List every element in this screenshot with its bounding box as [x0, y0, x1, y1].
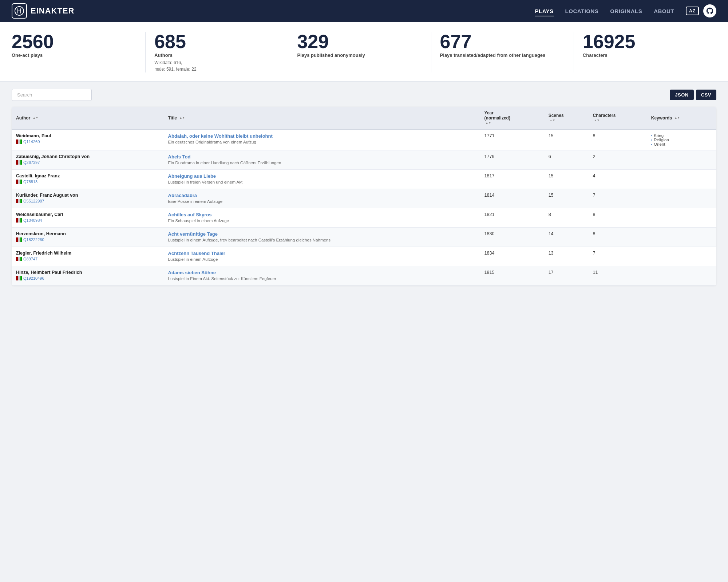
play-subtitle: Ein deutsches Originaldrama von einem Au… — [168, 140, 256, 144]
wikidata-badge[interactable]: Q267397 — [16, 160, 40, 165]
csv-export-button[interactable]: CSV — [696, 90, 716, 100]
logo-text: EINAKTER — [31, 6, 74, 16]
wd-flag — [16, 218, 22, 223]
title-cell: Abels Tod Ein Duodrama in einer Handlung… — [164, 150, 480, 170]
author-name: Hinze, Heimbert Paul Friedrich — [16, 270, 159, 275]
characters-cell: 7 — [589, 247, 647, 266]
nav-locations[interactable]: LOCATIONS — [565, 8, 599, 16]
plays-table: Author ▲▼ Title ▲▼ Year(normalized)▲▼ Sc… — [12, 107, 716, 286]
characters-cell: 7 — [589, 189, 647, 208]
col-keywords[interactable]: Keywords ▲▼ — [647, 107, 716, 130]
year-cell: 1814 — [480, 189, 544, 208]
col-scenes[interactable]: Scenes▲▼ — [544, 107, 589, 130]
author-name: Weichselbaumer, Carl — [16, 212, 159, 217]
wd-flag — [16, 139, 22, 144]
nav-plays[interactable]: PLAYS — [535, 8, 553, 16]
year-cell: 1771 — [480, 130, 544, 150]
wikidata-badge[interactable]: Q19210496 — [16, 276, 44, 280]
keyword-item[interactable]: Religion — [651, 138, 712, 142]
characters-cell: 4 — [589, 170, 647, 189]
stat-authors-label: Authors — [154, 52, 279, 58]
keywords-cell — [647, 208, 716, 228]
wikidata-badge[interactable]: Q114260 — [16, 139, 40, 144]
stat-characters: 16925 Characters — [574, 32, 716, 72]
play-title[interactable]: Abneigung aus Liebe — [168, 173, 476, 179]
characters-cell: 11 — [589, 266, 647, 286]
keywords-sort[interactable]: ▲▼ — [674, 117, 680, 120]
table-body: Weidmann, Paul Q114260 Abdalah, oder kei… — [12, 130, 716, 286]
title-sort[interactable]: ▲▼ — [179, 117, 185, 120]
year-cell: 1830 — [480, 228, 544, 247]
nav-right: AZ — [686, 4, 716, 17]
scenes-cell: 15 — [544, 130, 589, 150]
col-title[interactable]: Title ▲▼ — [164, 107, 480, 130]
wd-flag — [16, 199, 22, 203]
keywords-cell — [647, 150, 716, 170]
author-sort[interactable]: ▲▼ — [33, 117, 39, 120]
wikidata-badge[interactable]: Q78813 — [16, 180, 37, 184]
play-title[interactable]: Abels Tod — [168, 154, 476, 160]
play-title[interactable]: Abracadabra — [168, 193, 476, 198]
github-icon[interactable] — [703, 4, 716, 17]
author-name: Ziegler, Friedrich Wilhelm — [16, 251, 159, 256]
keywords-cell — [647, 266, 716, 286]
nav-links: PLAYS LOCATIONS ORIGINALS ABOUT — [535, 8, 674, 14]
play-subtitle: Lustspiel in einem Aufzuge, frey bearbei… — [168, 238, 331, 242]
col-year[interactable]: Year(normalized)▲▼ — [480, 107, 544, 130]
nav-about[interactable]: ABOUT — [654, 8, 674, 16]
stat-anonymous-label: Plays published anonymously — [297, 52, 422, 58]
stat-authors-number: 685 — [154, 32, 279, 51]
wikidata-badge[interactable]: Q18222260 — [16, 237, 44, 242]
wikidata-badge[interactable]: Q1040984 — [16, 218, 42, 223]
search-input[interactable] — [12, 89, 92, 101]
scenes-cell: 8 — [544, 208, 589, 228]
author-name: Herzenskron, Hermann — [16, 231, 159, 236]
keyword-item[interactable]: Krieg — [651, 133, 712, 138]
author-cell: Kurländer, Franz August von Q55122987 — [12, 189, 164, 208]
table-row: Ziegler, Friedrich Wilhelm Q89747 Achtze… — [12, 247, 716, 266]
stat-translated-label: Plays translated/adapted from other lang… — [440, 52, 565, 58]
play-title[interactable]: Adams sieben Söhne — [168, 270, 476, 275]
scenes-cell: 15 — [544, 189, 589, 208]
characters-cell: 8 — [589, 228, 647, 247]
stats-bar: 2560 One-act plays 685 Authors Wikidata:… — [0, 22, 728, 82]
author-cell: Weidmann, Paul Q114260 — [12, 130, 164, 150]
author-cell: Herzenskron, Hermann Q18222260 — [12, 228, 164, 247]
wd-flag — [16, 160, 22, 165]
nav-originals[interactable]: ORIGINALS — [610, 8, 642, 16]
play-title[interactable]: Achtzehn Tausend Thaler — [168, 251, 476, 256]
year-sort[interactable]: ▲▼ — [486, 122, 491, 125]
json-export-button[interactable]: JSON — [670, 90, 693, 100]
col-author[interactable]: Author ▲▼ — [12, 107, 164, 130]
play-subtitle: Lustspiel in freien Versen und einem Akt — [168, 180, 243, 184]
author-cell: Castelli, Ignaz Franz Q78813 — [12, 170, 164, 189]
site-logo[interactable]: EINAKTER — [12, 3, 74, 19]
stat-translated-number: 677 — [440, 32, 565, 51]
wikidata-badge[interactable]: Q89747 — [16, 257, 37, 261]
wikidata-badge[interactable]: Q55122987 — [16, 199, 44, 203]
table-row: Weidmann, Paul Q114260 Abdalah, oder kei… — [12, 130, 716, 150]
play-title[interactable]: Abdalah, oder keine Wohlthat bleibt unbe… — [168, 133, 476, 139]
year-cell: 1779 — [480, 150, 544, 170]
play-title[interactable]: Acht vernünftige Tage — [168, 231, 476, 237]
author-cell: Ziegler, Friedrich Wilhelm Q89747 — [12, 247, 164, 266]
author-cell: Hinze, Heimbert Paul Friedrich Q19210496 — [12, 266, 164, 286]
az-badge[interactable]: AZ — [686, 7, 699, 15]
col-characters[interactable]: Characters▲▼ — [589, 107, 647, 130]
scenes-cell: 6 — [544, 150, 589, 170]
scenes-sort[interactable]: ▲▼ — [550, 119, 555, 122]
characters-sort[interactable]: ▲▼ — [594, 119, 600, 122]
characters-cell: 2 — [589, 150, 647, 170]
author-name: Weidmann, Paul — [16, 133, 159, 138]
stat-plays-label: One-act plays — [12, 52, 136, 58]
title-cell: Abneigung aus Liebe Lustspiel in freien … — [164, 170, 480, 189]
stat-characters-number: 16925 — [583, 32, 708, 51]
wd-flag — [16, 276, 22, 280]
play-subtitle: Lustspiel in Einem Akt. Seitenstück zu: … — [168, 276, 276, 281]
title-cell: Abracadabra Eine Posse in einem Aufzuge — [164, 189, 480, 208]
keyword-item[interactable]: Orient — [651, 142, 712, 146]
play-title[interactable]: Achilles auf Skyros — [168, 212, 476, 217]
keywords-cell — [647, 170, 716, 189]
table-row: Weichselbaumer, Carl Q1040984 Achilles a… — [12, 208, 716, 228]
stat-characters-label: Characters — [583, 52, 708, 58]
